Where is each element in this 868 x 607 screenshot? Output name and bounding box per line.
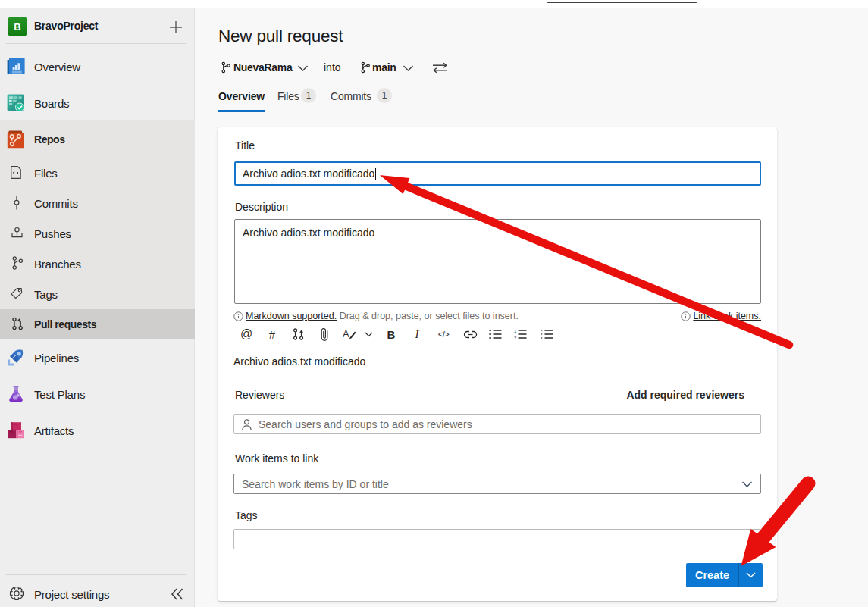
svg-text:A: A: [343, 328, 349, 339]
svg-text:2: 2: [514, 336, 517, 339]
svg-text:1: 1: [514, 329, 517, 333]
